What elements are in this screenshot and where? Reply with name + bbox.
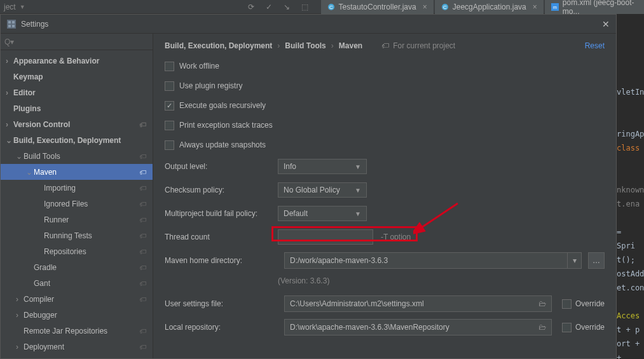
- print-exc-row: Print exception stack traces: [165, 118, 605, 132]
- tree-item-repositories[interactable]: Repositories🏷: [1, 243, 153, 259]
- tree-item-debugger[interactable]: ›Debugger: [1, 307, 153, 323]
- settings-dialog: Settings ✕ Q▾ ›Appearance & BehaviorKeym…: [0, 14, 617, 359]
- tree-item-gradle[interactable]: Gradle🏷: [1, 259, 153, 275]
- tab-label: TestautoController.java: [339, 3, 416, 11]
- chevron-icon: ›: [16, 295, 24, 304]
- thread-count-input[interactable]: [278, 229, 373, 245]
- folder-icon[interactable]: 🗁: [538, 323, 546, 332]
- close-icon[interactable]: ×: [423, 3, 427, 11]
- user-settings-input[interactable]: C:\Users\Administrator\.m2\settings.xml …: [284, 295, 552, 312]
- exec-goals-checkbox[interactable]: [165, 101, 174, 111]
- chevron-icon: ⌄: [6, 136, 13, 145]
- tree-item-remote-jar-repositories[interactable]: Remote Jar Repositories🏷: [1, 323, 153, 339]
- project-scope-icon: 🏷: [139, 232, 146, 240]
- chevron-down-icon: ▼: [355, 163, 361, 170]
- svg-rect-8: [12, 21, 15, 24]
- project-scope-icon: 🏷: [139, 343, 146, 351]
- tree-item-keymap[interactable]: Keymap: [1, 69, 153, 85]
- tree-item-compiler[interactable]: ›Compiler🏷: [1, 291, 153, 307]
- checksum-select[interactable]: No Global Policy▼: [278, 182, 367, 198]
- config-icon[interactable]: ⬚: [301, 3, 308, 11]
- work-offline-checkbox[interactable]: [165, 62, 174, 71]
- checkbox-label[interactable]: Use plugin registry: [179, 81, 242, 90]
- dialog-titlebar: Settings ✕: [1, 15, 616, 34]
- chevron-down-icon[interactable]: ▾: [567, 253, 581, 268]
- override-label[interactable]: Override: [575, 323, 605, 332]
- output-level-select[interactable]: Info▼: [278, 159, 367, 174]
- thread-count-hint: -T option: [381, 233, 411, 241]
- commit-icon[interactable]: ✓: [266, 3, 272, 11]
- settings-tree-panel: Q▾ ›Appearance & BehaviorKeymap›EditorPl…: [1, 34, 153, 358]
- output-level-label: Output level:: [165, 162, 278, 171]
- svg-rect-7: [8, 21, 11, 24]
- tree-item-ignored-files[interactable]: Ignored Files🏷: [1, 196, 153, 212]
- tree-item-version-control[interactable]: ›Version Control🏷: [1, 116, 153, 132]
- settings-content: Build, Execution, Deployment › Build Too…: [153, 34, 616, 358]
- tree-item-appearance-behavior[interactable]: ›Appearance & Behavior: [1, 53, 153, 69]
- print-exc-checkbox[interactable]: [165, 121, 174, 130]
- project-scope-icon: 🏷: [139, 168, 146, 176]
- multiproject-label: Multiproject build fail policy:: [165, 209, 278, 218]
- breadcrumb: Build, Execution, Deployment › Build Too…: [165, 41, 362, 50]
- tree-item-deployment[interactable]: ›Deployment🏷: [1, 339, 153, 355]
- tree-item-gant[interactable]: Gant🏷: [1, 275, 153, 291]
- tree-item-maven[interactable]: ⌄Maven🏷: [1, 164, 153, 180]
- for-current-project: 🏷 For current project: [381, 41, 455, 50]
- checksum-label: Checksum policy:: [165, 186, 278, 194]
- thread-count-label: Thread count: [165, 233, 278, 241]
- svg-text:C: C: [329, 4, 333, 10]
- maven-home-combo[interactable]: D:/work/apache-maven-3.6.3 ▾: [284, 252, 582, 269]
- local-repo-override-checkbox[interactable]: [562, 323, 572, 332]
- tree-item-runner[interactable]: Runner🏷: [1, 212, 153, 227]
- override-label[interactable]: Override: [575, 299, 605, 308]
- chevron-icon: ›: [6, 120, 13, 129]
- multiproject-select[interactable]: Default▼: [278, 206, 367, 221]
- checkbox-label[interactable]: Always update snapshots: [179, 140, 266, 149]
- checkbox-label[interactable]: Print exception stack traces: [179, 121, 273, 130]
- chevron-down-icon[interactable]: ▼: [20, 4, 25, 10]
- close-icon[interactable]: ×: [533, 3, 537, 11]
- chevron-icon: ⌄: [26, 168, 34, 177]
- breadcrumb-item[interactable]: Build Tools: [285, 41, 325, 50]
- checkbox-label[interactable]: Execute goals recursively: [179, 101, 266, 110]
- tree-item-label: Debugger: [24, 311, 153, 320]
- chevron-icon: ⌄: [16, 152, 24, 161]
- tree-item-label: Running Tests: [44, 231, 139, 240]
- browse-button[interactable]: …: [588, 252, 605, 269]
- tree-item-label: Appearance & Behavior: [13, 57, 153, 65]
- sync-icon[interactable]: ⟳: [248, 3, 254, 11]
- settings-search[interactable]: Q▾: [1, 34, 153, 50]
- tree-item-importing[interactable]: Importing🏷: [1, 180, 153, 196]
- close-icon[interactable]: ✕: [602, 19, 610, 29]
- search-icon: Q▾: [4, 37, 14, 46]
- maven-icon: m: [551, 3, 559, 11]
- project-scope-icon: 🏷: [139, 280, 146, 287]
- project-scope-icon: 🏷: [139, 184, 146, 192]
- always-update-checkbox[interactable]: [165, 140, 174, 150]
- tree-item-label: Ignored Files: [44, 200, 139, 208]
- project-scope-icon: 🏷: [139, 248, 146, 255]
- always-update-row: Always update snapshots: [165, 138, 605, 152]
- project-menu[interactable]: ject: [4, 3, 16, 11]
- reset-link[interactable]: Reset: [585, 41, 605, 50]
- folder-icon[interactable]: 🗁: [538, 299, 546, 308]
- tree-item-editor[interactable]: ›Editor: [1, 85, 153, 100]
- maven-version-note: (Version: 3.6.3): [278, 275, 605, 289]
- tree-item-label: Version Control: [13, 120, 139, 129]
- use-plugin-checkbox[interactable]: [165, 81, 174, 91]
- project-scope-icon: 🏷: [139, 216, 146, 224]
- tree-item-label: Runner: [44, 215, 139, 224]
- tree-item-label: Remote Jar Repositories: [24, 327, 139, 335]
- tree-item-build-execution-deployment[interactable]: ⌄Build, Execution, Deployment: [1, 132, 153, 148]
- tree-item-plugins[interactable]: Plugins: [1, 100, 153, 116]
- user-settings-override-checkbox[interactable]: [562, 299, 572, 309]
- breadcrumb-item[interactable]: Build, Execution, Deployment: [165, 41, 272, 50]
- local-repo-input[interactable]: D:\work\apache-maven-3.6.3\MavenReposito…: [284, 319, 552, 335]
- svg-text:m: m: [553, 5, 557, 10]
- checkbox-label[interactable]: Work offline: [179, 62, 219, 71]
- hammer-icon[interactable]: ↘: [284, 3, 290, 11]
- tree-item-label: Build, Execution, Deployment: [13, 136, 153, 145]
- tree-item-build-tools[interactable]: ⌄Build Tools🏷: [1, 148, 153, 164]
- tree-item-running-tests[interactable]: Running Tests🏷: [1, 227, 153, 243]
- tree-item-label: Compiler: [24, 295, 139, 304]
